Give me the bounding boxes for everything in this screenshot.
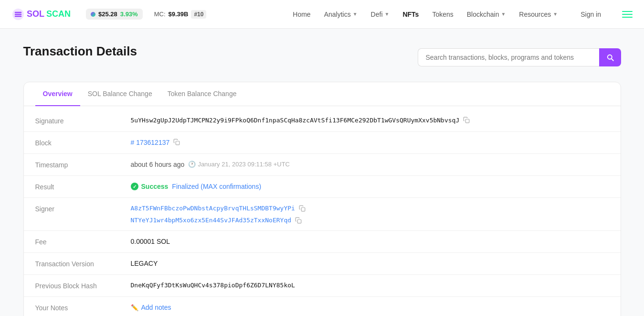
price-badge: $25.28 3.93% <box>86 9 143 20</box>
signature-row: Signature 5uYHsw2gUpJ2UdpTJMCPN22y9i9FPk… <box>24 110 621 132</box>
signin-button[interactable]: Sign in <box>575 8 607 21</box>
hamburger-menu[interactable] <box>622 11 633 18</box>
signer1-link[interactable]: A8zT5FWnFBbczoPwDNbstAcpyBrvqTHLsSMDBT9w… <box>131 205 295 212</box>
header: SOLSCAN $25.28 3.93% MC: $9.39B #10 Home… <box>0 0 644 29</box>
copy-icon <box>463 117 470 123</box>
edit-icon: ✏️ <box>131 304 138 311</box>
your-notes-value: ✏️ Add notes <box>131 304 609 311</box>
nav-resources[interactable]: Resources ▼ <box>513 8 563 21</box>
success-text: Success <box>141 183 169 190</box>
svg-rect-2 <box>176 141 180 145</box>
nav-analytics[interactable]: Analytics ▼ <box>318 8 363 21</box>
tab-sol-balance[interactable]: SOL Balance Change <box>80 82 160 106</box>
timestamp-value: about 6 hours ago 🕐 January 21, 2023 09:… <box>131 161 609 168</box>
copy-icon <box>295 217 302 224</box>
block-row: Block # 173612137 <box>24 132 621 154</box>
page-title: Transaction Details <box>23 44 137 59</box>
search-bar <box>418 48 621 66</box>
hamburger-line-2 <box>622 14 633 15</box>
mc-value: $9.39B <box>169 11 189 18</box>
svg-rect-4 <box>297 219 301 223</box>
finalized-text: Finalized (MAX confirmations) <box>172 183 261 190</box>
your-notes-row: Your Notes ✏️ Add notes <box>24 297 621 316</box>
add-notes-button[interactable]: ✏️ Add notes <box>131 304 171 311</box>
signer-value: A8zT5FWnFBbczoPwDNbstAcpyBrvqTHLsSMDBT9w… <box>131 205 609 224</box>
timestamp-detail: 🕐 January 21, 2023 09:11:58 +UTC <box>188 161 290 168</box>
title-search-row: Transaction Details <box>23 44 621 70</box>
mc-badge: MC: $9.39B #10 <box>154 10 207 19</box>
tx-version-row: Transaction Version LEGACY <box>24 253 621 275</box>
signature-label: Signature <box>35 117 131 125</box>
transaction-card: Overview SOL Balance Change Token Balanc… <box>23 82 621 316</box>
tx-version-value: LEGACY <box>131 260 609 267</box>
resources-chevron-icon: ▼ <box>553 11 558 17</box>
result-row: Result Success Finalized (MAX confirmati… <box>24 176 621 198</box>
hamburger-line-3 <box>622 17 633 18</box>
signer-label: Signer <box>35 205 131 213</box>
rank-badge: #10 <box>191 10 206 19</box>
signer1-row: A8zT5FWnFBbczoPwDNbstAcpyBrvqTHLsSMDBT9w… <box>131 205 306 212</box>
result-value: Success Finalized (MAX confirmations) <box>131 183 609 190</box>
signer1-copy-button[interactable] <box>299 205 306 212</box>
sol-price: $25.28 <box>98 11 117 18</box>
signature-copy-button[interactable] <box>463 117 470 123</box>
signers-list: A8zT5FWnFBbczoPwDNbstAcpyBrvqTHLsSMDBT9w… <box>131 205 306 224</box>
nav-blockchain[interactable]: Blockchain ▼ <box>461 8 512 21</box>
svg-rect-1 <box>466 119 470 123</box>
prev-block-hash-value: DneKqQFyf3DtKsWuQHCv4s378pioDpf6Z6D7LNY8… <box>131 282 609 289</box>
signature-hash: 5uYHsw2gUpJ2UdpTJMCPN22y9i9FPkoQ6Dnf1npa… <box>131 117 460 124</box>
result-label: Result <box>35 183 131 191</box>
mc-label: MC: <box>154 11 166 18</box>
nav-tokens[interactable]: Tokens <box>426 8 459 21</box>
your-notes-label: Your Notes <box>35 304 131 312</box>
prev-block-hash-text: DneKqQFyf3DtKsWuQHCv4s378pioDpf6Z6D7LNY8… <box>131 282 295 289</box>
copy-icon <box>173 139 180 145</box>
prev-block-hash-row: Previous Block Hash DneKqQFyf3DtKsWuQHCv… <box>24 275 621 297</box>
fee-amount: 0.00001 SOL <box>131 238 170 245</box>
fee-value: 0.00001 SOL <box>131 238 609 245</box>
tx-version-text: LEGACY <box>131 260 158 267</box>
timestamp-relative: about 6 hours ago <box>131 161 185 168</box>
search-button[interactable] <box>599 48 621 66</box>
fee-row: Fee 0.00001 SOL <box>24 231 621 253</box>
copy-icon <box>299 205 306 212</box>
hamburger-line-1 <box>622 11 633 12</box>
tabs-bar: Overview SOL Balance Change Token Balanc… <box>24 82 621 106</box>
prev-block-hash-label: Previous Block Hash <box>35 282 131 290</box>
nav-home[interactable]: Home <box>287 8 316 21</box>
success-dot-icon <box>131 183 138 190</box>
signer2-link[interactable]: NTYeYJ1wr4bpM5xo6zx5En44SvJFAd35zTxxNoER… <box>131 217 292 224</box>
analytics-chevron-icon: ▼ <box>353 11 358 17</box>
timestamp-row: Timestamp about 6 hours ago 🕐 January 21… <box>24 154 621 176</box>
signature-value: 5uYHsw2gUpJ2UdpTJMCPN22y9i9FPkoQ6Dnf1npa… <box>131 117 609 124</box>
search-icon <box>606 53 614 62</box>
defi-chevron-icon: ▼ <box>385 11 390 17</box>
main-content: Transaction Details Overview SOL Balance… <box>12 29 633 316</box>
block-value: # 173612137 <box>131 139 609 146</box>
main-nav: Home Analytics ▼ Defi ▼ NFTs Tokens Bloc… <box>287 8 563 21</box>
block-label: Block <box>35 139 131 147</box>
success-badge: Success <box>131 183 169 190</box>
timestamp-label: Timestamp <box>35 161 131 169</box>
signer2-row: NTYeYJ1wr4bpM5xo6zx5En44SvJFAd35zTxxNoER… <box>131 217 306 224</box>
add-notes-label: Add notes <box>141 304 171 311</box>
clock-icon: 🕐 <box>188 161 196 168</box>
svg-rect-3 <box>301 207 305 211</box>
signer-row: Signer A8zT5FWnFBbczoPwDNbstAcpyBrvqTHLs… <box>24 198 621 231</box>
signer2-copy-button[interactable] <box>295 217 302 224</box>
block-copy-button[interactable] <box>173 139 180 145</box>
tx-version-label: Transaction Version <box>35 260 131 268</box>
tab-overview[interactable]: Overview <box>35 82 80 106</box>
search-input[interactable] <box>418 48 599 66</box>
nav-nfts[interactable]: NFTs <box>397 8 424 21</box>
nav-defi[interactable]: Defi ▼ <box>365 8 395 21</box>
timestamp-full: January 21, 2023 09:11:58 +UTC <box>198 161 290 168</box>
details-table: Signature 5uYHsw2gUpJ2UdpTJMCPN22y9i9FPk… <box>24 106 621 316</box>
blockchain-chevron-icon: ▼ <box>501 11 506 17</box>
block-link[interactable]: # 173612137 <box>131 139 170 146</box>
fee-label: Fee <box>35 238 131 246</box>
logo[interactable]: SOLSCAN <box>11 8 71 21</box>
tab-token-balance[interactable]: Token Balance Change <box>160 82 244 106</box>
price-change: 3.93% <box>120 11 138 18</box>
